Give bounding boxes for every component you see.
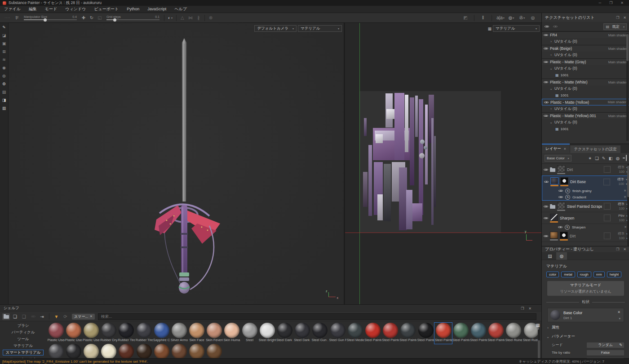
material-tile[interactable]: Skin Face — [188, 323, 206, 344]
material-tile[interactable]: Plastic Used... — [82, 323, 100, 344]
uv-checker-icon[interactable]: ▦ — [487, 26, 492, 31]
texture-set-panel-restore-icon[interactable]: ❐ — [616, 16, 619, 20]
material-tile[interactable]: Silver Armor — [170, 323, 188, 344]
effect-visibility-eye-icon[interactable] — [558, 195, 563, 199]
text-size-icon[interactable]: a|a▾ — [496, 14, 505, 22]
effect-remove-icon[interactable]: ✕ — [624, 189, 626, 193]
show-all-eye-icon[interactable] — [545, 25, 549, 28]
shader-label[interactable]: Main shader — [608, 47, 628, 51]
shadows-toggle-icon[interactable]: ◩ — [461, 14, 470, 22]
add-mask-icon[interactable]: ◧ — [609, 156, 613, 161]
opacity-dropdown[interactable]: 100▾ — [619, 207, 628, 211]
layer-visibility-eye-icon[interactable] — [544, 234, 548, 238]
shelf-import-icon[interactable]: ⇥ — [38, 313, 46, 320]
effects-tool[interactable]: ◨ — [2, 98, 6, 103]
material-tile[interactable]: Steel Painte... — [417, 323, 434, 344]
material-tile[interactable]: Wood Ches... — [153, 344, 170, 358]
toolbar-drag-handle[interactable]: ∙∙∙∙ — [4, 16, 10, 20]
layers-scrollbar[interactable] — [627, 164, 629, 246]
sphere-thumbnail[interactable] — [550, 232, 558, 239]
menu-item-ウィンドウ[interactable]: ウィンドウ — [61, 6, 90, 13]
shelf-category-5[interactable]: スマートマスク — [7, 356, 40, 358]
transform-mode-icon[interactable]: t² — [13, 14, 21, 22]
effect-remove-icon[interactable]: ✕ — [624, 225, 627, 229]
material-tile[interactable]: Plastic Used... — [65, 323, 82, 344]
manipulator-size-knob[interactable] — [44, 18, 47, 22]
delete-layer-icon[interactable] — [626, 156, 627, 161]
shelf-category-3[interactable]: マテリアル — [11, 343, 36, 349]
material-tile[interactable]: Steel Ruined — [505, 323, 523, 344]
layer-visibility-eye-icon[interactable] — [544, 205, 548, 208]
shelf-folder-icon[interactable] — [2, 313, 10, 320]
shader-label[interactable]: Main shader — [608, 114, 628, 118]
material-tile[interactable]: Steel Scratc... — [47, 344, 65, 358]
tangent-wrap-icon[interactable]: ∦ — [195, 14, 203, 22]
opacity-dropdown[interactable]: 100▾ — [619, 170, 628, 174]
viewport-2d[interactable]: ▦ マテリアル▾ y — [345, 23, 541, 304]
shelf-category-0[interactable]: ブラシ — [14, 323, 31, 329]
resource-clear-icon[interactable]: ✕ — [617, 310, 620, 314]
menu-item-ファイル[interactable]: ファイル — [0, 6, 25, 13]
opacity-dropdown[interactable]: 100▾ — [619, 219, 628, 222]
grid-steps-slider[interactable]: Grid steps 0.1 — [104, 15, 162, 20]
shelf-category-2[interactable]: ツール — [15, 336, 32, 342]
solo-eye-icon[interactable] — [553, 25, 558, 28]
resource-expand-icon[interactable]: ▾ — [619, 317, 620, 320]
mask-thumbnail[interactable] — [560, 177, 568, 184]
opacity-dropdown[interactable]: 100▾ — [618, 182, 627, 186]
expand-chevron-icon[interactable]: ⌄ — [549, 87, 553, 91]
shelf-restore-icon[interactable]: ❐ — [521, 307, 524, 311]
texture-set-row[interactable]: Plastic - Matte (Gray)Main shader — [542, 58, 629, 65]
shelf-hide-icon[interactable] — [29, 313, 37, 320]
scroll-handle[interactable] — [626, 34, 629, 61]
expand-chevron-icon[interactable]: ⌄ — [549, 120, 553, 124]
layer-visibility-eye-icon[interactable] — [544, 216, 548, 220]
material-tile[interactable]: Wood Ship ... — [170, 344, 188, 358]
layer-visibility-eye-icon[interactable] — [544, 168, 548, 171]
material-tile[interactable]: Steel Tank P... — [82, 344, 100, 358]
material-tile[interactable]: Steel Painte... — [399, 323, 417, 344]
material-tile[interactable]: Wood Waln... — [206, 344, 223, 358]
material-tile[interactable]: Skin Huma... — [223, 323, 241, 344]
visibility-eye-icon[interactable] — [544, 114, 548, 118]
texture-set-scrollbar[interactable] — [626, 33, 629, 141]
channel-chip-height[interactable]: height — [607, 272, 621, 277]
expand-chevron-icon[interactable]: › — [549, 39, 553, 44]
checker-thumbnail[interactable] — [557, 165, 565, 172]
blend-mode-dropdown[interactable]: 標準▾ — [618, 202, 628, 206]
blend-mode-dropdown[interactable]: 標準▾ — [617, 178, 627, 181]
properties-restore-icon[interactable]: ❐ — [616, 247, 619, 251]
layer-visibility-eye-icon[interactable] — [544, 180, 549, 184]
texture-set-row[interactable]: Plastic - Matte (Yellow)Main shader — [542, 99, 629, 105]
material-tile[interactable]: Steel Dark ... — [276, 323, 293, 344]
opacity-dropdown[interactable]: 100▾ — [619, 237, 628, 240]
paint-tool[interactable]: ✎ — [2, 25, 6, 30]
add-paint-layer-icon[interactable]: ✎ — [602, 156, 606, 161]
layer-row[interactable]: Steel Painted Scraped Dirty標準▾100▾ — [542, 201, 629, 212]
shelf-new-resource-icon[interactable]: ❏ — [11, 313, 19, 320]
udim-tile-row[interactable]: ▦1001 — [542, 92, 629, 99]
display-settings-tool[interactable]: ▤ — [2, 90, 6, 95]
material-picker-tool[interactable]: ◍ — [2, 74, 6, 79]
udim-tile-row[interactable]: ▦1001 — [542, 72, 629, 79]
export-tool[interactable]: ▥ — [2, 106, 6, 111]
rotate-tool-icon[interactable]: ↻ — [88, 14, 96, 22]
grid-view-icon[interactable]: ▦ — [536, 323, 540, 328]
parameter-button[interactable]: False — [587, 358, 624, 359]
shelf-refresh-icon[interactable]: ⟳ — [62, 313, 69, 320]
visibility-eye-icon[interactable] — [544, 33, 548, 37]
add-fill-layer-icon[interactable]: ❏ — [595, 156, 599, 161]
checker-thumbnail[interactable] — [557, 202, 565, 209]
layer-row[interactable]: Dirt標準▾100▾ — [542, 230, 629, 242]
viewport-3d[interactable]: デフォルトカメラ▾ マテリアル▾ — [9, 23, 344, 304]
shelf-search-input[interactable] — [98, 313, 536, 320]
pencil-thumbnail[interactable] — [550, 214, 558, 221]
texture-set-preset-dropdown[interactable]: ▤ 既定▾ — [603, 23, 627, 30]
base-color-resource[interactable]: Base Color Dirt 1 ✕ ▾ — [547, 308, 624, 322]
eraser-tool[interactable]: ◪ — [2, 33, 6, 38]
shader-label[interactable]: Main shader — [608, 33, 628, 37]
material-tile[interactable]: Steel Painte... — [470, 323, 487, 344]
material-tile[interactable]: Steel — [241, 323, 258, 344]
material-tile[interactable]: Steel Painte... — [452, 323, 470, 344]
shader-label[interactable]: Main shader — [608, 80, 628, 84]
